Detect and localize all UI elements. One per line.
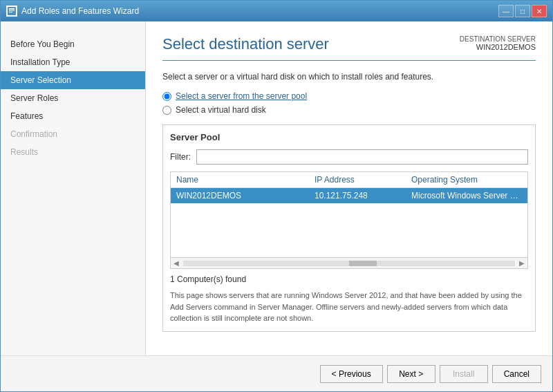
info-text: This page shows servers that are running… bbox=[170, 290, 528, 324]
page-description: Select a server or a virtual hard disk o… bbox=[162, 72, 536, 82]
computers-found: 1 Computer(s) found bbox=[170, 274, 528, 284]
svg-rect-1 bbox=[9, 8, 15, 10]
sidebar-item-installation-type[interactable]: Installation Type bbox=[1, 53, 145, 71]
footer: < Previous Next > Install Cancel bbox=[1, 355, 552, 391]
svg-rect-2 bbox=[9, 10, 15, 11]
minimize-button[interactable]: — bbox=[498, 5, 514, 17]
table-body: WIN2012DEMOS 10.121.75.248 Microsoft Win… bbox=[171, 188, 527, 243]
virtual-disk-radio[interactable] bbox=[162, 106, 171, 115]
col-os[interactable]: Operating System bbox=[406, 172, 527, 187]
title-bar-controls: — □ ✕ bbox=[498, 5, 547, 17]
radio-server-pool: Select a server from the server pool bbox=[162, 91, 536, 101]
previous-button[interactable]: < Previous bbox=[320, 365, 383, 383]
server-table: Name IP Address Operating System WIN2012… bbox=[170, 171, 528, 269]
table-scroll-area: WIN2012DEMOS 10.121.75.248 Microsoft Win… bbox=[171, 188, 527, 257]
destination-server: WIN2012DEMOS bbox=[460, 43, 536, 51]
destination-info: DESTINATION SERVER WIN2012DEMOS bbox=[460, 35, 536, 51]
sidebar-item-server-selection[interactable]: Server Selection bbox=[1, 71, 145, 89]
sidebar-item-server-roles[interactable]: Server Roles bbox=[1, 89, 145, 107]
window-title: Add Roles and Features Wizard bbox=[21, 6, 139, 16]
next-button[interactable]: Next > bbox=[387, 365, 435, 383]
col-ip[interactable]: IP Address bbox=[309, 172, 406, 187]
destination-label: DESTINATION SERVER bbox=[460, 35, 536, 43]
wizard-icon bbox=[6, 6, 17, 17]
server-pool-radio[interactable] bbox=[162, 92, 171, 101]
sidebar-item-confirmation: Confirmation bbox=[1, 125, 145, 143]
table-row[interactable]: WIN2012DEMOS 10.121.75.248 Microsoft Win… bbox=[171, 188, 527, 203]
radio-group: Select a server from the server pool Sel… bbox=[162, 91, 536, 115]
filter-row: Filter: bbox=[170, 149, 528, 165]
cell-os: Microsoft Windows Server 2012 Release Ca… bbox=[406, 188, 527, 203]
sidebar: Before You Begin Installation Type Serve… bbox=[1, 21, 146, 355]
cell-name: WIN2012DEMOS bbox=[171, 188, 309, 203]
title-bar: Add Roles and Features Wizard — □ ✕ bbox=[1, 1, 552, 21]
horizontal-scrollbar: ◀ ▶ bbox=[171, 257, 527, 268]
virtual-disk-label[interactable]: Select a virtual hard disk bbox=[176, 105, 266, 115]
svg-rect-3 bbox=[9, 12, 12, 12]
scroll-right-btn[interactable]: ▶ bbox=[516, 259, 527, 267]
radio-virtual-disk: Select a virtual hard disk bbox=[162, 105, 536, 115]
page-header: Select destination server DESTINATION SE… bbox=[162, 35, 536, 61]
scroll-thumb[interactable] bbox=[349, 261, 377, 266]
sidebar-item-features[interactable]: Features bbox=[1, 107, 145, 125]
maximize-button[interactable]: □ bbox=[515, 5, 530, 17]
server-pool-title: Server Pool bbox=[170, 132, 528, 142]
col-name[interactable]: Name bbox=[171, 172, 309, 187]
page-title: Select destination server bbox=[162, 35, 329, 53]
table-header: Name IP Address Operating System bbox=[171, 172, 527, 188]
wizard-window: Add Roles and Features Wizard — □ ✕ Befo… bbox=[0, 0, 553, 392]
server-pool-section: Server Pool Filter: Name IP Address Oper… bbox=[162, 124, 536, 332]
sidebar-item-before-you-begin[interactable]: Before You Begin bbox=[1, 35, 145, 53]
scroll-left-btn[interactable]: ◀ bbox=[171, 259, 182, 267]
close-button[interactable]: ✕ bbox=[532, 5, 547, 17]
cell-ip: 10.121.75.248 bbox=[309, 188, 406, 203]
server-pool-label[interactable]: Select a server from the server pool bbox=[176, 91, 307, 101]
sidebar-item-results: Results bbox=[1, 143, 145, 161]
content-area: Before You Begin Installation Type Serve… bbox=[1, 21, 552, 355]
scroll-track[interactable] bbox=[183, 261, 515, 266]
title-bar-left: Add Roles and Features Wizard bbox=[6, 6, 139, 17]
main-panel: Select destination server DESTINATION SE… bbox=[146, 21, 552, 355]
filter-input[interactable] bbox=[196, 149, 528, 165]
cancel-button[interactable]: Cancel bbox=[492, 365, 541, 383]
filter-label: Filter: bbox=[170, 152, 191, 162]
install-button: Install bbox=[440, 365, 488, 383]
